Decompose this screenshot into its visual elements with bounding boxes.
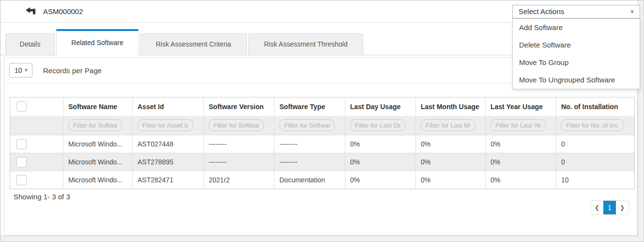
filter-no-of-installation-input[interactable] (561, 119, 624, 131)
table-filter-row (10, 116, 635, 135)
caret-down-icon: ▼ (629, 5, 635, 18)
next-page-button[interactable]: ❯ (616, 201, 629, 214)
cell-asset-id: AST278895 (133, 153, 204, 171)
cell-software-name: Microsoft Windo... (63, 153, 133, 171)
menu-item-move-to-ungrouped-software[interactable]: Move To Ungrouped Software (513, 71, 640, 89)
previous-page-button[interactable]: ❮ (591, 201, 603, 214)
menu-item-add-software[interactable]: Add Software (513, 19, 640, 36)
tab-risk-assessment-threshold[interactable]: Risk Assessment Threshold (248, 33, 363, 55)
column-header-asset-id: Asset Id (133, 97, 204, 116)
cell-software-name: Microsoft Windo... (63, 171, 133, 189)
cell-last-day-usage: 0% (345, 171, 416, 189)
table-row: Microsoft Windo... AST278895 -------- --… (10, 153, 635, 171)
cell-last-month-usage: 0% (416, 153, 486, 171)
records-per-page-select[interactable]: 10 ▼ (9, 63, 32, 78)
row-checkbox[interactable] (16, 157, 27, 167)
menu-item-move-to-group[interactable]: Move To Group (513, 54, 640, 71)
cell-software-name: Microsoft Windo... (63, 135, 133, 153)
cell-software-type: -------- (275, 153, 345, 171)
cell-last-year-usage: 0% (486, 171, 556, 189)
column-header-software-name: Software Name (63, 97, 133, 116)
table-row: Microsoft Windo... AST282471 2021r2 Docu… (10, 171, 635, 189)
current-page-button[interactable]: 1 (603, 201, 616, 214)
column-header-last-day-usage: Last Day Usage (345, 97, 416, 116)
tab-details[interactable]: Details (5, 33, 55, 55)
filter-last-year-usage-input[interactable] (491, 119, 546, 131)
select-all-checkbox[interactable] (16, 101, 27, 112)
select-actions-menu: Add Software Delete Software Move To Gro… (512, 18, 640, 89)
app-window: ASM000002 Details Related Software Risk … (0, 0, 644, 242)
filter-software-name-input[interactable] (68, 119, 122, 131)
cell-last-month-usage: 0% (416, 171, 486, 189)
pagination: ❮ 1 ❯ (590, 200, 629, 215)
filter-last-day-usage-input[interactable] (350, 119, 405, 131)
table-header-row: Software Name Asset Id Software Version … (10, 97, 635, 116)
row-checkbox[interactable] (16, 175, 27, 185)
menu-item-delete-software[interactable]: Delete Software (513, 36, 640, 54)
back-button[interactable] (26, 7, 37, 16)
tab-related-software[interactable]: Related Software (56, 29, 138, 55)
filter-software-version-input[interactable] (209, 119, 264, 131)
cell-asset-id: AST027448 (133, 135, 204, 153)
cell-last-year-usage: 0% (486, 135, 556, 153)
caret-down-icon: ▼ (24, 64, 29, 77)
column-header-no-of-installation: No. of Installation (556, 97, 635, 116)
cell-asset-id: AST282471 (133, 171, 204, 189)
cell-no-of-installation: 0 (556, 153, 635, 171)
column-header-software-type: Software Type (275, 97, 345, 116)
column-header-last-month-usage: Last Month Usage (416, 97, 486, 116)
cell-software-type: -------- (275, 135, 345, 153)
column-header-software-version: Software Version (204, 97, 275, 116)
cell-last-year-usage: 0% (486, 153, 556, 171)
select-actions-dropdown[interactable]: Select Actions ▼ (512, 5, 640, 18)
cell-no-of-installation: 10 (556, 171, 635, 189)
chevron-right-icon: ❯ (620, 204, 625, 211)
select-actions-label: Select Actions (519, 7, 564, 16)
cell-last-month-usage: 0% (416, 135, 486, 153)
filter-asset-id-input[interactable] (138, 119, 193, 131)
cell-software-version: -------- (204, 153, 275, 171)
table-row: Microsoft Windo... AST027448 -------- --… (10, 135, 635, 153)
cell-no-of-installation: 0 (556, 135, 635, 153)
filter-last-month-usage-input[interactable] (421, 119, 475, 131)
filter-software-type-input[interactable] (279, 119, 335, 131)
cell-software-version: 2021r2 (204, 171, 275, 189)
showing-results-text: Showing 1- 3 of 3 (14, 193, 637, 201)
records-per-page-label: Records per Page (43, 58, 102, 83)
column-header-last-year-usage: Last Year Usage (486, 97, 556, 116)
filter-empty-cell (10, 116, 63, 135)
records-per-page-value: 10 (15, 66, 22, 74)
row-checkbox[interactable] (16, 139, 27, 149)
cell-last-day-usage: 0% (345, 153, 416, 171)
chevron-left-icon: ❮ (595, 204, 599, 211)
cell-last-day-usage: 0% (345, 135, 416, 153)
related-software-table: Software Name Asset Id Software Version … (10, 97, 635, 189)
page-title: ASM000002 (43, 7, 83, 16)
cell-software-type: Documentation (275, 171, 345, 189)
back-arrow-icon (26, 7, 37, 16)
tab-risk-assessment-criteria[interactable]: Risk Assessment Criteria (140, 33, 247, 55)
horizontal-scrollbar-gutter (0, 236, 644, 242)
cell-software-version: -------- (204, 135, 275, 153)
select-all-cell (10, 97, 63, 116)
